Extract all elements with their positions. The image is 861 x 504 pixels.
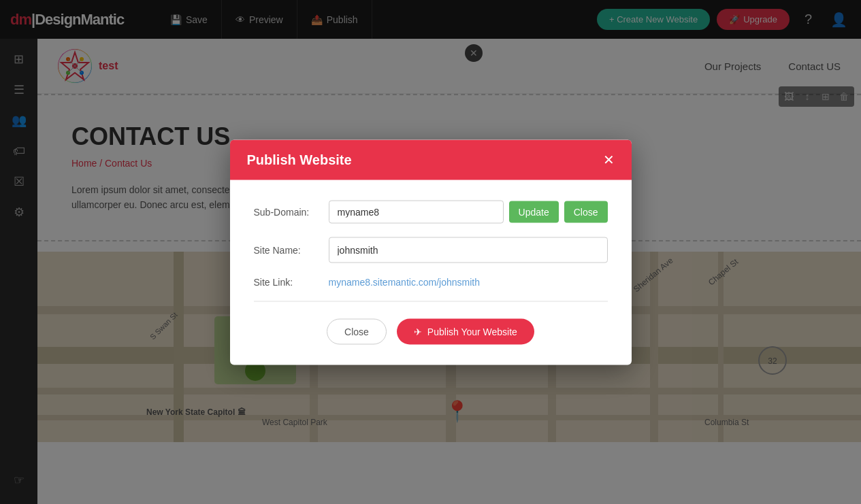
publish-website-button[interactable]: ✈ Publish Your Website: [397, 318, 534, 344]
sitelink-label: Site Link:: [254, 276, 329, 287]
modal-body: Sub-Domain: Update Close Site Name: Site…: [230, 180, 632, 365]
subdomain-close-button[interactable]: Close: [564, 201, 608, 222]
sitelink-value[interactable]: myname8.sitemantic.com/johnsmith: [329, 276, 481, 287]
modal-footer-close-button[interactable]: Close: [327, 318, 387, 344]
sitename-controls: [329, 237, 608, 263]
modal-divider: [254, 301, 608, 301]
subdomain-input[interactable]: [329, 200, 504, 223]
modal-close-x-button[interactable]: ✕: [603, 153, 615, 167]
subdomain-label: Sub-Domain:: [254, 206, 329, 217]
modal-header: Publish Website ✕: [230, 139, 632, 180]
sitename-input[interactable]: [329, 237, 608, 263]
update-button[interactable]: Update: [509, 201, 559, 222]
modal-title: Publish Website: [247, 152, 352, 167]
modal-footer: Close ✈ Publish Your Website: [254, 318, 608, 344]
sitename-label: Site Name:: [254, 244, 329, 255]
publish-modal: Publish Website ✕ Sub-Domain: Update Clo…: [230, 139, 632, 365]
sitelink-row: Site Link: myname8.sitemantic.com/johnsm…: [254, 276, 608, 287]
subdomain-row: Sub-Domain: Update Close: [254, 200, 608, 223]
subdomain-controls: Update Close: [329, 200, 608, 223]
publish-plane-icon: ✈: [414, 326, 422, 337]
sitename-row: Site Name:: [254, 237, 608, 263]
